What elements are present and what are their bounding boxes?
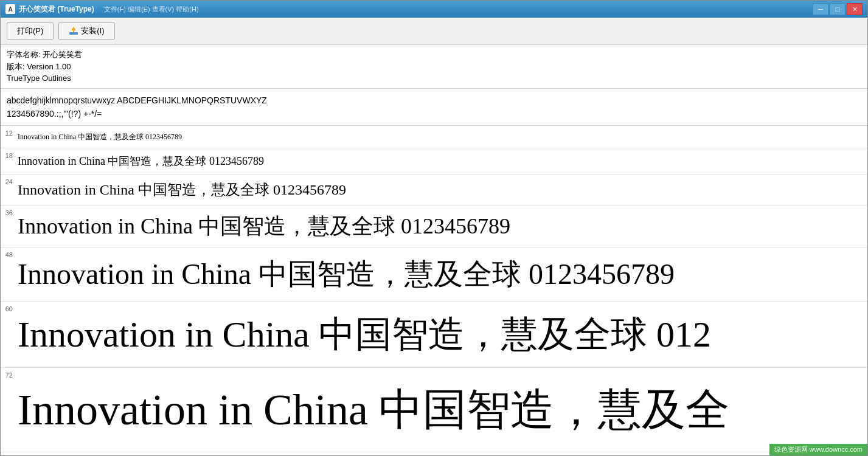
font-version-label: 版本: (7, 62, 25, 71)
minimize-button[interactable]: ─ (813, 3, 828, 15)
font-version-value: Version 1.00 (27, 62, 71, 71)
char-preview-line2: 1234567890.:;,'"(!?) +-*/= (7, 107, 861, 120)
window-title: 开心笑笑君 (TrueType) (19, 4, 94, 15)
sample-size-label: 24 (1, 177, 18, 185)
watermark: 绿色资源网 www.downcc.com (769, 444, 867, 455)
font-info-section: 字体名称: 开心笑笑君 版本: Version 1.00 TrueType Ou… (1, 45, 867, 89)
print-label: 打印(P) (17, 26, 43, 36)
char-preview-section: abcdefghijklmnopqrstuvwxyz ABCDEFGHIJKLM… (1, 89, 867, 126)
sample-row: 24Innovation in China 中国智造，慧及全球 01234567… (1, 174, 867, 206)
sample-size-label: 60 (1, 304, 18, 313)
sample-text: Innovation in China 中国智造，慧及全 (18, 370, 867, 449)
font-name-value: 开心笑笑君 (43, 50, 82, 59)
sample-row: 60Innovation in China 中国智造，慧及全球 012 (1, 302, 867, 368)
samples-area: 12Innovation in China 中国智造，慧及全球 01234567… (1, 126, 867, 455)
maximize-button[interactable]: □ (830, 3, 845, 15)
title-menu: 文件(F) 编辑(E) 查看(V) 帮助(H) (104, 5, 199, 14)
font-name-line: 字体名称: 开心笑笑君 (7, 49, 861, 61)
window-icon: A (5, 4, 15, 14)
title-bar: A 开心笑笑君 (TrueType) 文件(F) 编辑(E) 查看(V) 帮助(… (1, 1, 867, 18)
sample-text: Innovation in China 中国智造，慧及全球 0123456789 (18, 177, 867, 202)
sample-text: Innovation in China 中国智造，慧及全球 0123456789 (18, 128, 867, 145)
font-type-value: TrueType Outlines (7, 74, 71, 83)
install-button[interactable]: 安装(I) (58, 22, 114, 40)
sample-text: Innovation in China 中国智造，慧及全球 0123456789 (18, 151, 867, 171)
svg-rect-0 (69, 32, 78, 35)
font-type-line: TrueType Outlines (7, 72, 861, 85)
sample-size-label: 48 (1, 250, 18, 258)
close-button[interactable]: ✕ (847, 3, 863, 15)
sample-size-label: 36 (1, 208, 18, 216)
title-bar-left: A 开心笑笑君 (TrueType) 文件(F) 编辑(E) 查看(V) 帮助(… (5, 4, 199, 15)
install-icon (69, 26, 78, 36)
sample-row: 18Innovation in China 中国智造，慧及全球 01234567… (1, 148, 867, 174)
main-window: A 开心笑笑君 (TrueType) 文件(F) 编辑(E) 查看(V) 帮助(… (0, 0, 868, 456)
char-preview-line1: abcdefghijklmnopqrstuvwxyz ABCDEFGHIJKLM… (7, 94, 861, 107)
toolbar: 打印(P) 安装(I) (1, 18, 867, 45)
print-button[interactable]: 打印(P) (7, 22, 54, 40)
sample-size-label: 72 (1, 370, 18, 379)
sample-row: 72Innovation in China 中国智造，慧及全 (1, 368, 867, 452)
sample-row: 12Innovation in China 中国智造，慧及全球 01234567… (1, 126, 867, 148)
install-label: 安装(I) (81, 26, 104, 36)
svg-marker-1 (71, 27, 76, 32)
title-bar-controls: ─ □ ✕ (813, 3, 863, 15)
sample-text: Innovation in China 中国智造，慧及全球 0123456789 (18, 208, 867, 244)
sample-row: 48Innovation in China 中国智造，慧及全球 01234567… (1, 247, 867, 302)
sample-size-label: 12 (1, 128, 18, 137)
font-version-line: 版本: Version 1.00 (7, 61, 861, 73)
sample-text: Innovation in China 中国智造，慧及全球 0123456789 (18, 250, 867, 299)
sample-text: Innovation in China 中国智造，慧及全球 012 (18, 304, 867, 365)
sample-row: 36Innovation in China 中国智造，慧及全球 01234567… (1, 206, 867, 247)
font-name-label: 字体名称: (7, 50, 41, 59)
sample-size-label: 18 (1, 151, 18, 159)
